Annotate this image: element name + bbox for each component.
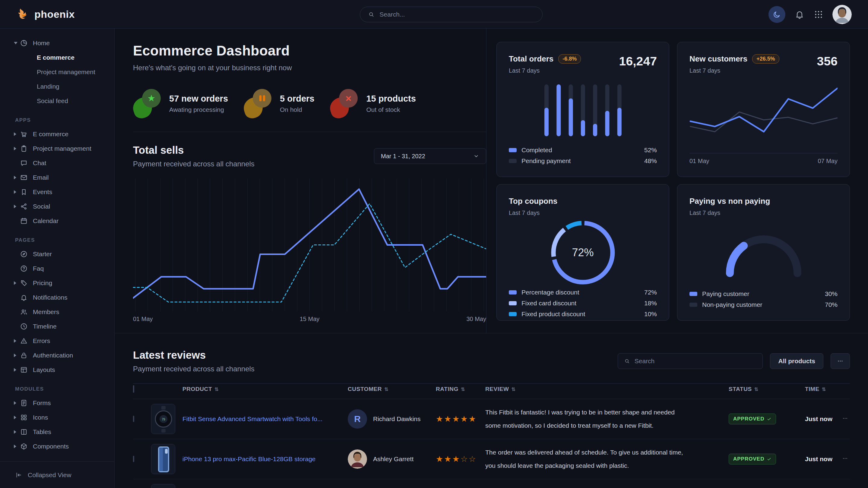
caret-right-icon	[14, 176, 18, 180]
share-icon	[20, 202, 28, 210]
sidebar-item-label: Chat	[33, 159, 46, 167]
sidebar-item-chat[interactable]: Chat	[0, 156, 114, 170]
date-range-select[interactable]: Mar 1 - 31, 2022	[374, 148, 486, 164]
column-header-product[interactable]: PRODUCT⇅	[183, 386, 348, 392]
legend-value: 72%	[644, 289, 657, 296]
row-menu-button[interactable]	[842, 415, 850, 423]
sidebar-item-label: Calendar	[33, 217, 59, 225]
sidebar-item-faq[interactable]: Faq	[0, 261, 114, 276]
customer-initial-avatar: R	[348, 409, 367, 429]
sidebar-subitem-project-management[interactable]: Project management	[0, 65, 114, 79]
column-header-rating[interactable]: RATING⇅	[436, 386, 485, 392]
file-icon	[20, 399, 28, 407]
navbar-search[interactable]	[360, 7, 542, 22]
sidebar-item-tables[interactable]: Tables	[0, 425, 114, 439]
brand-logo[interactable]: phoenix	[16, 7, 75, 21]
sidebar-item-social[interactable]: Social	[0, 199, 114, 214]
legend-row: Fixed product discount10%	[509, 311, 657, 318]
legend-chip	[689, 303, 697, 307]
sidebar-item-timeline[interactable]: Timeline	[0, 319, 114, 334]
rating-stars: ★★★☆☆	[436, 454, 485, 464]
sort-icon: ⇅	[214, 386, 219, 392]
sidebar: HomeE commerceProject managementLandingS…	[0, 29, 115, 488]
legend-chip	[509, 290, 517, 294]
product-link[interactable]: Fitbit Sense Advanced Smartwatch with To…	[183, 415, 322, 423]
collapse-view-button[interactable]: Collapsed View	[0, 461, 114, 488]
product-link[interactable]: iPhone 13 pro max-Pacific Blue-128GB sto…	[183, 455, 315, 463]
sidebar-item-label: Icons	[33, 414, 48, 421]
sidebar-item-email[interactable]: Email	[0, 170, 114, 185]
sidebar-item-layouts[interactable]: Layouts	[0, 363, 114, 377]
legend-row: Pending payment48%	[509, 157, 657, 165]
row-checkbox[interactable]	[133, 416, 134, 422]
caret-right-icon	[14, 416, 18, 419]
caret-right-icon	[14, 339, 18, 343]
sidebar-item-forms[interactable]: Forms	[0, 396, 114, 410]
sidebar-nav: HomeE commerceProject managementLandingS…	[0, 29, 114, 461]
legend-label: Percentage discount	[522, 289, 579, 296]
legend-label: Fixed product discount	[522, 311, 585, 318]
chat-icon	[20, 159, 28, 167]
column-header-review[interactable]: REVIEW⇅	[485, 386, 728, 392]
notifications-button[interactable]	[795, 9, 805, 20]
sidebar-item-label: Email	[33, 174, 49, 181]
reviews-search[interactable]	[618, 353, 763, 369]
product-thumbnail[interactable]	[151, 444, 175, 474]
tag-icon	[20, 279, 28, 287]
columns-icon	[20, 428, 28, 436]
sort-icon: ⇅	[384, 386, 389, 392]
row-checkbox[interactable]	[133, 456, 134, 462]
sidebar-item-icons[interactable]: Icons	[0, 410, 114, 425]
paying-period: Last 7 days	[689, 209, 838, 217]
customer-name[interactable]: Richard Dawkins	[373, 415, 421, 423]
sidebar-item-pricing[interactable]: Pricing	[0, 276, 114, 290]
theme-toggle-button[interactable]	[769, 6, 785, 23]
product-thumbnail[interactable]	[151, 484, 175, 488]
sidebar-item-label: Forms	[33, 399, 51, 406]
page-title: Ecommerce Dashboard	[133, 42, 486, 59]
all-products-button[interactable]: All products	[770, 353, 824, 369]
select-all-checkbox[interactable]	[133, 385, 134, 393]
column-header-status[interactable]: STATUS⇅	[728, 386, 805, 392]
stat-sublabel: On hold	[280, 106, 314, 113]
customer-name[interactable]: Ashley Garrett	[373, 455, 413, 463]
sidebar-item-home[interactable]: Home	[0, 36, 114, 50]
column-label: CUSTOMER	[348, 386, 382, 392]
cart-icon	[20, 130, 28, 138]
reviews-more-button[interactable]	[831, 353, 850, 369]
product-thumbnail[interactable]: 79	[151, 404, 175, 434]
new-customers-card: New customers +26.5% Last 7 days 356 01 …	[677, 42, 850, 177]
grid4-icon	[20, 414, 28, 421]
sidebar-subitem-landing[interactable]: Landing	[0, 79, 114, 94]
sidebar-item-starter[interactable]: Starter	[0, 247, 114, 261]
sidebar-section-label: MODULES	[15, 386, 114, 392]
sidebar-item-authentication[interactable]: Authentication	[0, 348, 114, 363]
column-header-time[interactable]: TIME⇅	[805, 386, 842, 392]
legend-chip	[689, 292, 697, 296]
pie-chart-icon	[20, 39, 28, 47]
sidebar-item-events[interactable]: Events	[0, 185, 114, 199]
caret-down-icon	[14, 42, 18, 44]
sidebar-item-label: Timeline	[33, 323, 57, 330]
sidebar-item-components[interactable]: Components	[0, 439, 114, 454]
bell-icon	[795, 9, 805, 20]
sidebar-item-calendar[interactable]: Calendar	[0, 214, 114, 228]
sidebar-item-members[interactable]: Members	[0, 305, 114, 319]
sidebar-item-project-management[interactable]: Project management	[0, 141, 114, 156]
box-icon	[20, 443, 28, 450]
navbar-search-input[interactable]	[379, 11, 534, 18]
sidebar-subitem-social-feed[interactable]: Social feed	[0, 94, 114, 108]
sidebar-item-errors[interactable]: Errors	[0, 334, 114, 348]
sidebar-item-e-commerce[interactable]: E commerce	[0, 127, 114, 141]
user-avatar[interactable]	[832, 5, 852, 24]
paying-title: Paying vs non paying	[689, 197, 838, 206]
stat-blob-icon	[244, 89, 272, 118]
column-header-customer[interactable]: CUSTOMER⇅	[348, 386, 436, 392]
calendar-icon	[20, 217, 28, 225]
sidebar-subitem-e-commerce[interactable]: E commerce	[0, 50, 114, 65]
row-menu-button[interactable]	[842, 455, 850, 463]
reviews-search-input[interactable]	[634, 357, 757, 365]
legend-label: Fixed card discount	[522, 300, 576, 307]
sidebar-item-notifications[interactable]: Notifications	[0, 290, 114, 305]
apps-menu-button[interactable]	[814, 10, 824, 19]
